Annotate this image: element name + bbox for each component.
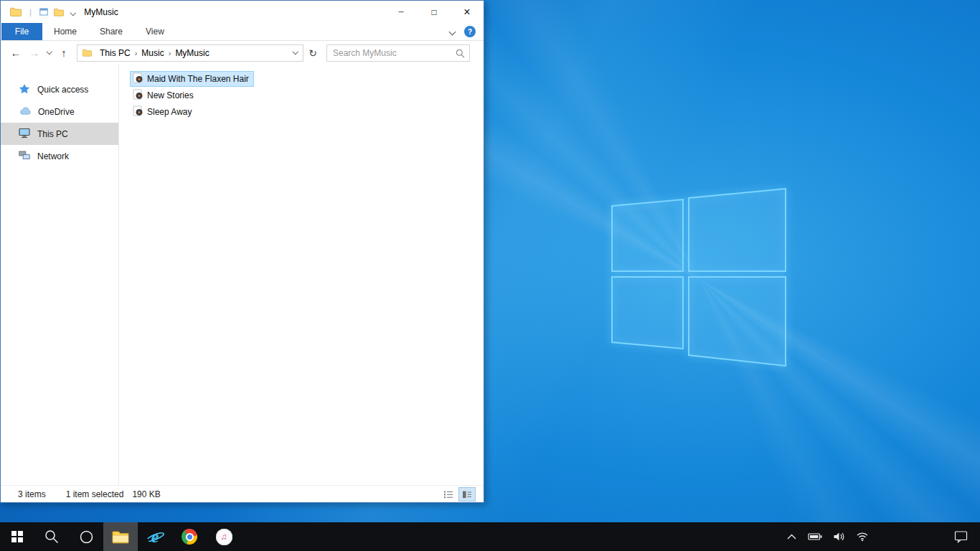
expand-ribbon-chevron-icon[interactable] <box>450 27 455 37</box>
separator: | <box>29 8 32 17</box>
qat-customize-chevron-icon[interactable] <box>71 7 75 17</box>
taskbar-itunes-button[interactable]: ♫ <box>207 522 241 551</box>
properties-icon[interactable] <box>39 8 48 16</box>
music-file-icon <box>133 89 143 102</box>
up-button[interactable]: ↑ <box>55 47 73 59</box>
sidebar-item-label: Network <box>37 151 69 161</box>
details-view-button[interactable] <box>440 488 456 501</box>
caption-buttons: ─ □ × <box>385 1 484 23</box>
cortana-circle-icon <box>79 529 94 545</box>
network-wifi-icon[interactable] <box>854 532 871 542</box>
sidebar-item-network[interactable]: Network <box>1 145 118 167</box>
breadcrumb-this-pc[interactable]: This PC <box>96 48 134 58</box>
cortana-button[interactable] <box>69 522 103 551</box>
file-item-sleep-away[interactable]: Sleep Away <box>130 104 197 120</box>
status-bar: 3 items 1 item selected 190 KB <box>1 485 484 502</box>
selection-count: 1 item selected <box>66 489 124 499</box>
battery-icon[interactable] <box>806 532 824 541</box>
action-center-icon <box>954 530 969 543</box>
breadcrumb-music[interactable]: Music <box>138 48 167 58</box>
window-title: MyMusic <box>84 7 118 17</box>
file-name: Maid With The Flaxen Hair <box>147 74 249 84</box>
refresh-button[interactable]: ↻ <box>303 47 322 59</box>
sidebar-item-label: OneDrive <box>38 107 75 117</box>
file-name: New Stories <box>147 90 194 100</box>
onedrive-cloud-icon <box>19 106 31 117</box>
forward-button: → <box>25 47 44 59</box>
file-list: Maid With The Flaxen Hair New Stories Sl… <box>119 65 484 485</box>
file-name: Sleep Away <box>147 107 192 117</box>
music-file-icon <box>133 72 143 85</box>
internet-explorer-icon: e <box>146 527 165 547</box>
sidebar-item-onedrive[interactable]: OneDrive <box>1 100 118 123</box>
start-button[interactable] <box>0 522 34 551</box>
sidebar-item-this-pc[interactable]: This PC <box>1 123 118 145</box>
tab-home[interactable]: Home <box>42 23 88 40</box>
tab-file[interactable]: File <box>1 23 42 40</box>
file-item-new-stories[interactable]: New Stories <box>130 88 199 103</box>
ribbon-tab-bar: File Home Share View ? <box>1 23 484 41</box>
search-icon <box>456 49 465 60</box>
large-icons-view-button[interactable] <box>459 488 475 501</box>
search-input[interactable] <box>327 45 469 61</box>
music-file-icon <box>133 105 143 118</box>
tab-view[interactable]: View <box>134 23 176 40</box>
address-toolbar: ← → ↑ This PC › Music › MyMusic ↻ <box>1 41 484 65</box>
system-tray <box>783 522 871 551</box>
search-icon <box>44 529 60 545</box>
file-item-maid-with-the-flaxen-hair[interactable]: Maid With The Flaxen Hair <box>130 71 254 87</box>
item-count: 3 items <box>18 489 46 499</box>
tab-share[interactable]: Share <box>88 23 134 40</box>
new-folder-icon[interactable] <box>54 8 64 17</box>
file-explorer-window: | MyMusic ─ □ × File Home Share View ? ←… <box>0 0 484 503</box>
address-folder-icon <box>83 49 92 57</box>
minimize-button[interactable]: ─ <box>385 1 418 23</box>
chrome-icon <box>182 529 197 545</box>
network-computers-icon <box>19 151 30 162</box>
recent-locations-chevron-icon[interactable] <box>44 52 55 54</box>
sidebar-item-quick-access[interactable]: Quick access <box>1 78 118 100</box>
quick-access-star-icon <box>19 83 30 96</box>
taskbar-internet-explorer-button[interactable]: e <box>138 522 172 551</box>
show-hidden-icons-chevron-icon[interactable] <box>783 533 800 540</box>
folder-icon <box>10 7 22 17</box>
sidebar-item-label: This PC <box>37 129 68 139</box>
taskbar-chrome-button[interactable] <box>172 522 207 551</box>
taskbar-file-explorer-button[interactable] <box>103 522 138 551</box>
volume-icon[interactable] <box>830 532 847 542</box>
selection-size: 190 KB <box>132 489 160 499</box>
taskbar: e ♫ <box>0 522 980 551</box>
action-center-button[interactable] <box>946 522 977 551</box>
close-button[interactable]: × <box>451 1 484 23</box>
this-pc-monitor-icon <box>19 128 30 141</box>
itunes-icon: ♫ <box>216 529 232 545</box>
taskbar-search-button[interactable] <box>34 522 69 551</box>
address-bar[interactable]: This PC › Music › MyMusic <box>77 44 303 62</box>
search-box[interactable] <box>326 44 470 62</box>
breadcrumb-mymusic[interactable]: MyMusic <box>171 48 212 58</box>
back-button[interactable]: ← <box>6 47 25 59</box>
navigation-pane: Quick access OneDrive This PC Network <box>1 65 119 485</box>
file-explorer-icon <box>112 529 129 544</box>
windows-logo <box>606 185 793 373</box>
address-dropdown-chevron-icon[interactable] <box>288 52 303 54</box>
maximize-button[interactable]: □ <box>418 1 451 23</box>
title-bar: | MyMusic ─ □ × <box>1 1 484 23</box>
sidebar-item-label: Quick access <box>37 85 88 95</box>
windows-start-icon <box>11 531 23 542</box>
help-icon[interactable]: ? <box>464 26 476 37</box>
